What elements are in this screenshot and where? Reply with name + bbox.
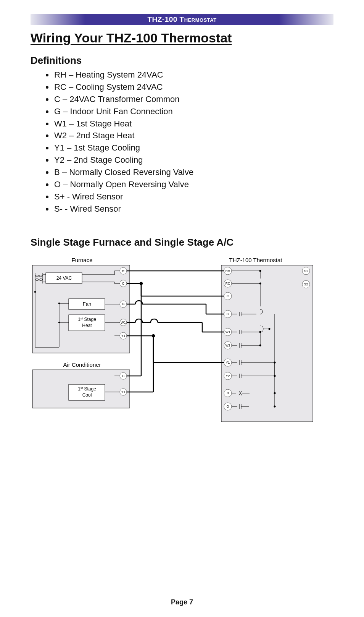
furnace-terminal-r: R [122,269,125,273]
tstat-y2: Y2 [226,374,230,378]
header-title: THZ-100 Thermostat [147,15,216,23]
definition-item: Y2 – 2nd Stage Cooling [53,154,333,166]
wiring-diagram: Furnace THZ-100 Thermostat 24 VAC Fan [31,254,333,426]
svg-point-57 [274,405,275,407]
svg-point-6 [34,291,36,292]
thermostat-label: THZ-100 Thermostat [229,257,283,263]
wiring-lines [127,271,224,392]
definition-item: B – Normally Closed Reversing Valve [53,166,333,178]
tstat-s2: S2 [304,282,308,286]
tstat-g: G [227,312,229,316]
tstat-rh: RH [225,269,230,273]
definition-item: Y1 – 1st Stage Cooling [53,142,333,154]
tstat-w2: W2 [225,343,230,347]
tstat-s1: S1 [304,269,308,273]
header-bar: THZ-100 Thermostat [31,14,333,25]
furnace-terminal-w1: W1 [121,321,126,324]
definitions-list: RH – Heating System 24VAC RC – Cooling S… [47,69,333,215]
tstat-c: C [227,294,229,298]
wiring-diagram-svg: Furnace THZ-100 Thermostat 24 VAC Fan [31,254,321,426]
furnace-fan-label: Fan [83,301,91,307]
svg-point-56 [274,392,275,394]
page-title: Wiring Your THZ-100 Thermostat [31,31,333,45]
furnace-label: Furnace [71,257,92,263]
definition-item: G – Indoor Unit Fan Connection [53,105,333,118]
thermostat-box [221,265,313,422]
furnace-terminal-y1: Y1 [121,334,125,338]
furnace-terminal-g: G [122,302,124,306]
definition-item: S- - Wired Sensor [53,203,333,215]
svg-point-48 [259,270,261,271]
definition-item: O – Normally Open Reversing Valve [53,178,333,191]
tstat-rc: RC [225,282,230,285]
svg-point-14 [58,321,60,323]
ac-label: Air Conditioner [63,361,101,368]
tstat-y1: Y1 [226,361,230,364]
furnace-transformer-label: 24 VAC [56,275,72,281]
page-number: Page 7 [0,598,364,606]
definition-item: W1 – 1st Stage Heat [53,118,333,130]
definition-item: RH – Heating System 24VAC [53,69,333,81]
tstat-w1: W1 [225,330,230,334]
ac-terminal-c: C [122,374,125,378]
svg-point-51 [259,344,261,346]
definitions-heading: Definitions [31,55,333,66]
svg-point-49 [259,282,261,284]
tstat-o: O [227,405,229,408]
svg-point-52 [269,328,270,329]
definition-item: RC – Cooling System 24VAC [53,81,333,93]
svg-point-12 [58,302,60,304]
definition-item: C – 24VAC Transformer Common [53,93,333,105]
ac-cool-label-2: Cool [82,392,92,398]
definition-item: W2 – 2nd Stage Heat [53,130,333,142]
furnace-heat-label-2: Heat [82,323,92,328]
tstat-b: B [227,391,229,395]
definition-item: S+ - Wired Sensor [53,191,333,203]
furnace-terminal-c: C [122,282,125,285]
ac-terminal-y1: Y1 [121,390,125,394]
diagram-title: Single Stage Furnace and Single Stage A/… [31,236,333,248]
